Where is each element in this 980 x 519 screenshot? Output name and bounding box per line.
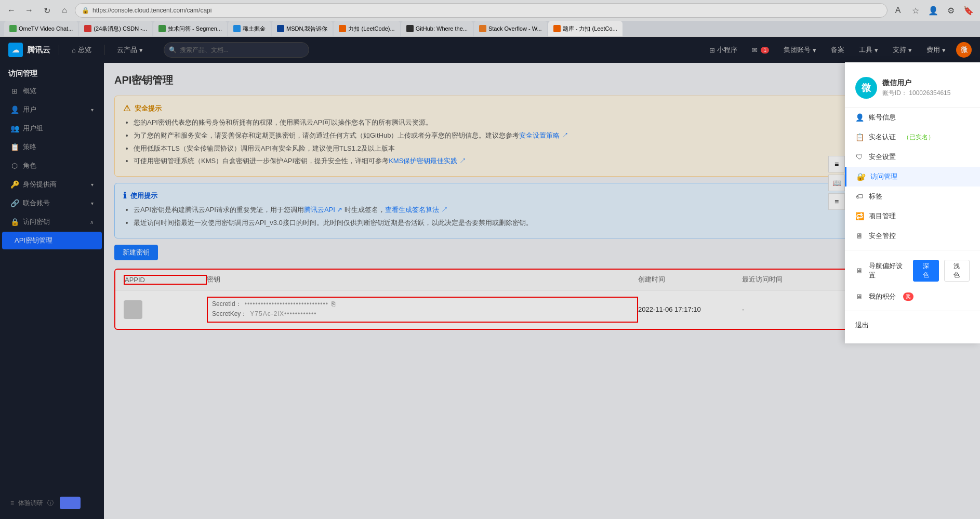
rp-menu-tags-label: 标签 (869, 192, 882, 201)
rp-account-id-value: 100026354615 (909, 89, 950, 97)
rp-menu-real-name-label: 实名认证 (869, 132, 896, 142)
nav-settings-icon: 🖥 (855, 267, 864, 275)
id-card-icon: 📋 (855, 133, 864, 141)
rp-menu-account-info[interactable]: 👤 账号信息 (845, 108, 980, 127)
rp-menu-access-mgmt[interactable]: 🔐 访问管理 (845, 167, 980, 187)
tag-icon: 🏷 (855, 192, 864, 201)
rp-divider-2 (845, 311, 980, 311)
rp-menu-real-name[interactable]: 📋 实名认证 （已实名） (845, 127, 980, 147)
rp-menu-logout[interactable]: 退出 (845, 315, 980, 335)
rp-account-id-label: 账号ID： (882, 89, 907, 97)
rp-username: 微信用户 (882, 78, 950, 88)
rp-menu-security-ctrl-label: 安全管控 (869, 231, 896, 241)
theme-dark-button[interactable]: 深色 (913, 260, 938, 282)
security-ctrl-icon: 🖥 (855, 232, 864, 240)
right-panel: 微 微信用户 账号ID： 100026354615 👤 账号信息 📋 实名认证 … (845, 62, 980, 343)
rp-menu-my-resources-label: 我的积分 (869, 292, 896, 301)
rp-menu-security-ctrl[interactable]: 🖥 安全管控 (845, 226, 980, 246)
rp-nav-settings: 🖥 导航偏好设置 深色 浅色 (845, 255, 980, 287)
rp-nav-settings-label: 导航偏好设置 (869, 261, 908, 280)
rp-menu-tags[interactable]: 🏷 标签 (845, 187, 980, 206)
project-icon: 🔁 (855, 212, 864, 220)
real-name-badge: （已实名） (903, 133, 934, 142)
gift-icon: 🖥 (855, 292, 864, 301)
theme-light-button[interactable]: 浅色 (944, 260, 970, 282)
user-circle-icon: 👤 (855, 113, 864, 122)
overlay-dim[interactable] (0, 0, 980, 519)
shield-icon: 🛡 (855, 153, 864, 161)
rp-account-id: 账号ID： 100026354615 (882, 89, 950, 98)
rp-menu-logout-label: 退出 (855, 321, 869, 330)
rp-header: 微 微信用户 账号ID： 100026354615 (845, 71, 980, 108)
rp-menu-project-mgmt[interactable]: 🔁 项目管理 (845, 206, 980, 226)
rp-menu-account-info-label: 账号信息 (869, 113, 896, 122)
key-icon: 🔐 (857, 172, 865, 181)
my-resources-badge: 奖 (903, 292, 913, 301)
rp-menu-security-label: 安全设置 (869, 152, 896, 162)
rp-avatar-text: 微 (862, 82, 871, 94)
rp-avatar: 微 (855, 77, 877, 99)
rp-menu-security[interactable]: 🛡 安全设置 (845, 147, 980, 167)
rp-user-info: 微信用户 账号ID： 100026354615 (882, 78, 950, 98)
rp-menu-project-mgmt-label: 项目管理 (869, 211, 896, 221)
rp-menu-my-resources[interactable]: 🖥 我的积分 奖 (845, 287, 980, 307)
rp-menu-access-mgmt-label: 访问管理 (870, 172, 897, 181)
rp-divider-1 (845, 250, 980, 250)
